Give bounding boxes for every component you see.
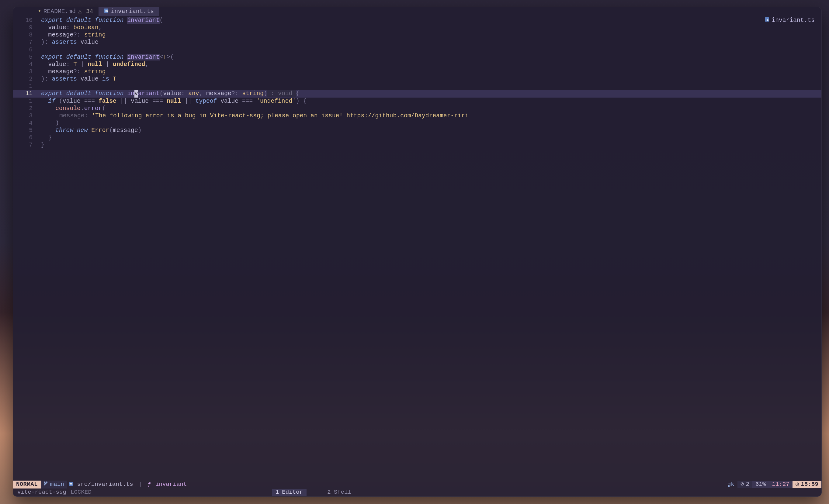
diagnostics-icon: ⊘ <box>741 481 744 488</box>
function-icon: ƒ <box>147 481 151 488</box>
separator: | <box>136 480 145 489</box>
clock-icon: ◷ <box>796 481 799 488</box>
code-row-current: 11 export default function invariant(val… <box>13 90 821 97</box>
clock: ◷ 15:59 <box>793 481 821 488</box>
svg-text:TS: TS <box>765 18 769 21</box>
svg-text:TS: TS <box>105 9 108 12</box>
code-row: 4 ) <box>13 119 821 127</box>
tab-label: README.md <box>43 8 76 15</box>
session-state: LOCKED <box>69 489 93 496</box>
branch-name: main <box>50 481 64 488</box>
line-number: 6 <box>13 134 41 141</box>
code-row: 5 export default function invariant<T>( <box>13 53 821 61</box>
inlay-hint: message: <box>59 113 92 119</box>
ts-file-icon: TS <box>69 481 73 488</box>
terminal-window: ▾ README.md △ 34 TS invariant.ts TS inva… <box>13 7 822 497</box>
diagnostics[interactable]: ⊘ 2 <box>737 481 752 488</box>
code-row: 4 value: T | null | undefined, <box>13 61 821 68</box>
code-row: 10 export default function invariant( <box>13 17 821 24</box>
code-row: 6 } <box>13 134 821 141</box>
tmux-window-shell[interactable]: 2 Shell <box>324 489 355 496</box>
svg-point-4 <box>44 482 45 483</box>
tab-readme[interactable]: ▾ README.md △ 34 <box>33 7 99 16</box>
mode-indicator: NORMAL <box>13 480 41 489</box>
line-number: 7 <box>13 141 41 149</box>
cursor: v <box>135 90 138 97</box>
keymap-indicator: gk <box>724 481 737 488</box>
line-number: 7 <box>13 39 41 46</box>
tmux-statusline: vite-react-ssg LOCKED 1 Editor 2 Shell <box>13 489 821 496</box>
editor-pane[interactable]: TS invariant.ts 10 export default functi… <box>13 16 821 480</box>
tabbar: ▾ README.md △ 34 TS invariant.ts <box>13 7 821 16</box>
ts-file-icon: TS <box>765 17 769 24</box>
diagnostics-count: 2 <box>746 481 749 488</box>
line-number: 10 <box>13 17 41 24</box>
code-row: 6 <box>13 46 821 53</box>
line-number: 11 <box>13 90 41 97</box>
winbar: TS invariant.ts <box>765 17 815 24</box>
code-row: 2 console.error( <box>13 105 821 112</box>
line-number: 2 <box>13 75 41 83</box>
ts-file-icon: TS <box>104 8 108 15</box>
tab-badge: 34 <box>86 8 93 15</box>
line-number: 6 <box>13 46 41 53</box>
git-branch: main <box>41 480 67 489</box>
cursor-position: 11:27 <box>769 481 793 488</box>
git-branch-icon <box>44 481 48 488</box>
code-row: 5 throw new Error(message) <box>13 127 821 134</box>
line-number: 1 <box>13 98 41 105</box>
code-row: 7 ): asserts value <box>13 39 821 46</box>
statusline: NORMAL main TS src/invariant.ts | ƒinvar… <box>13 480 821 489</box>
md-file-icon: ▾ <box>38 8 41 14</box>
session-name[interactable]: vite-react-ssg <box>15 489 69 496</box>
line-number: 3 <box>13 112 41 119</box>
tab-invariant[interactable]: TS invariant.ts <box>99 7 159 16</box>
inlay-hint: : void <box>267 90 296 97</box>
svg-text:TS: TS <box>70 483 73 486</box>
code-row: 1 if (value === false || value === null … <box>13 98 821 105</box>
code-row: 1 <box>13 83 821 90</box>
modified-icon: △ <box>78 8 82 15</box>
scroll-percent: 61% <box>752 481 769 488</box>
line-number: 1 <box>13 83 41 90</box>
code-row: 3 message: 'The following error is a bug… <box>13 112 821 119</box>
svg-point-6 <box>44 484 45 485</box>
line-number: 4 <box>13 61 41 68</box>
tmux-window-editor[interactable]: 1 Editor <box>272 489 307 496</box>
line-number: 3 <box>13 68 41 75</box>
file-path: TS src/invariant.ts <box>67 480 136 489</box>
line-number: 2 <box>13 105 41 112</box>
line-number: 5 <box>13 127 41 134</box>
code-row: 9 value: boolean, <box>13 24 821 31</box>
line-number: 4 <box>13 119 41 127</box>
context-function: ƒinvariant <box>144 480 190 489</box>
code-row: 2 ): asserts value is T <box>13 75 821 83</box>
line-number: 5 <box>13 53 41 61</box>
code-row: 8 message?: string <box>13 31 821 39</box>
tab-label: invariant.ts <box>111 8 154 15</box>
svg-point-5 <box>46 482 47 483</box>
line-number: 9 <box>13 24 41 31</box>
winbar-filename: invariant.ts <box>771 17 815 24</box>
line-number: 8 <box>13 31 41 39</box>
code-row: 7 } <box>13 141 821 149</box>
code-row: 3 message?: string <box>13 68 821 75</box>
